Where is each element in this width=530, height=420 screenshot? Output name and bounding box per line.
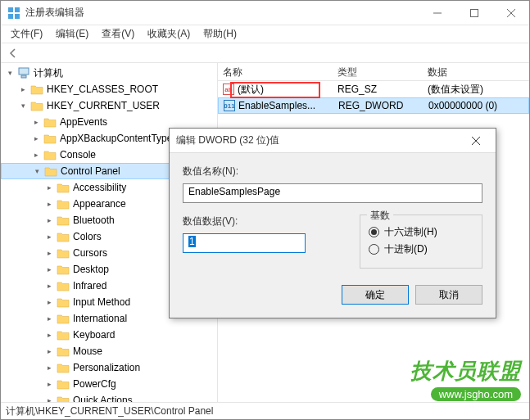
expander-icon[interactable]: ▸ bbox=[43, 329, 55, 341]
expander-icon[interactable]: ▾ bbox=[31, 165, 43, 177]
list-body: ab (默认) REG_SZ (数值未设置) 011 EnableSamples… bbox=[218, 81, 529, 114]
tree-item-label: Personalization bbox=[73, 362, 140, 373]
toolbar bbox=[1, 43, 529, 63]
dialog-title: 编辑 DWORD (32 位)值 bbox=[176, 133, 463, 147]
tree-item-label: Mouse bbox=[73, 345, 102, 357]
tree-item-label: Console bbox=[60, 149, 96, 160]
window-controls bbox=[419, 1, 529, 25]
folder-icon bbox=[43, 133, 57, 144]
tree-item-label: Bluetooth bbox=[73, 215, 115, 226]
folder-icon bbox=[43, 149, 57, 160]
tree-item[interactable]: ▾ HKEY_CURRENT_USER bbox=[1, 97, 217, 114]
menu-file[interactable]: 文件(F) bbox=[4, 25, 49, 43]
tree-item-label: Infrared bbox=[73, 280, 106, 291]
expander-icon[interactable]: ▸ bbox=[43, 231, 55, 242]
folder-icon bbox=[57, 329, 70, 341]
menu-edit[interactable]: 编辑(E) bbox=[49, 25, 95, 43]
folder-icon bbox=[30, 100, 43, 111]
radio-dec-label: 十进制(D) bbox=[384, 242, 428, 256]
ok-button[interactable]: 确定 bbox=[342, 285, 409, 305]
expander-icon[interactable]: ▸ bbox=[30, 133, 42, 144]
cancel-button[interactable]: 取消 bbox=[415, 285, 482, 305]
tree-item[interactable]: ▸ Mouse bbox=[1, 343, 217, 359]
tree-item[interactable]: ▸ HKEY_CLASSES_ROOT bbox=[1, 81, 217, 97]
folder-icon bbox=[43, 116, 57, 128]
tree-item[interactable]: ▾ 计算机 bbox=[1, 65, 217, 81]
base-fieldset: 基数 十六进制(H) 十进制(D) bbox=[360, 215, 482, 269]
dialog-close-button[interactable] bbox=[463, 131, 489, 151]
base-legend: 基数 bbox=[367, 209, 393, 223]
expander-icon[interactable]: ▸ bbox=[30, 149, 42, 160]
svg-rect-5 bbox=[470, 9, 478, 16]
value-data-input[interactable]: 1 bbox=[183, 233, 306, 253]
value-name-field[interactable]: EnableSamplesPage bbox=[183, 183, 482, 203]
menu-view[interactable]: 查看(V) bbox=[95, 25, 141, 43]
app-icon bbox=[7, 7, 20, 20]
col-header-type[interactable]: 类型 bbox=[333, 63, 423, 80]
col-header-data[interactable]: 数据 bbox=[423, 63, 529, 80]
edit-dword-dialog: 编辑 DWORD (32 位)值 数值名称(N): EnableSamplesP… bbox=[169, 128, 496, 318]
svg-rect-3 bbox=[15, 14, 20, 19]
tree-item-label: HKEY_CLASSES_ROOT bbox=[47, 84, 158, 95]
expander-icon[interactable]: ▾ bbox=[17, 100, 29, 111]
computer-icon bbox=[17, 67, 30, 79]
svg-rect-8 bbox=[19, 68, 29, 75]
radio-dec[interactable]: 十进制(D) bbox=[369, 242, 473, 256]
tree-item[interactable]: ▸ Personalization bbox=[1, 359, 217, 376]
string-value-icon: ab bbox=[223, 84, 234, 95]
folder-icon bbox=[57, 215, 70, 226]
expander-icon[interactable]: ▸ bbox=[43, 198, 55, 210]
folder-icon bbox=[57, 231, 70, 242]
maximize-button[interactable] bbox=[455, 1, 492, 25]
value-data: 0x00000000 (0) bbox=[424, 100, 528, 111]
dword-value-icon: 011 bbox=[224, 100, 235, 111]
expander-icon[interactable]: ▸ bbox=[43, 378, 55, 390]
menu-favorites[interactable]: 收藏夹(A) bbox=[141, 25, 197, 43]
expander-icon[interactable]: ▸ bbox=[43, 264, 55, 275]
expander-icon[interactable]: ▸ bbox=[43, 182, 55, 193]
tree-item[interactable]: ▸ PowerCfg bbox=[1, 376, 217, 392]
svg-rect-9 bbox=[21, 75, 26, 78]
tree-item-label: AppEvents bbox=[60, 116, 107, 128]
menu-help[interactable]: 帮助(H) bbox=[197, 25, 243, 43]
menubar: 文件(F) 编辑(E) 查看(V) 收藏夹(A) 帮助(H) bbox=[1, 25, 529, 43]
expander-icon[interactable]: ▸ bbox=[43, 313, 55, 324]
folder-icon bbox=[57, 264, 70, 275]
expander-icon[interactable]: ▸ bbox=[43, 280, 55, 291]
expander-icon[interactable]: ▸ bbox=[43, 345, 55, 357]
tree-item[interactable]: ▸ Quick Actions bbox=[1, 392, 217, 402]
tree-item-label: Input Method bbox=[73, 296, 130, 308]
folder-icon bbox=[57, 362, 70, 373]
list-row[interactable]: 011 EnableSamples... REG_DWORD 0x0000000… bbox=[218, 97, 529, 114]
folder-icon bbox=[44, 165, 57, 177]
tree-item-label: Appearance bbox=[73, 198, 126, 210]
expander-icon[interactable]: ▸ bbox=[43, 395, 55, 402]
tree-item-label: Colors bbox=[73, 231, 102, 242]
list-row[interactable]: ab (默认) REG_SZ (数值未设置) bbox=[218, 81, 529, 97]
expander-icon[interactable]: ▾ bbox=[4, 67, 16, 79]
value-name-label: 数值名称(N): bbox=[183, 165, 482, 178]
tree-item-label: AppXBackupContentType bbox=[60, 133, 172, 144]
expander-icon[interactable]: ▸ bbox=[43, 247, 55, 259]
radio-hex-indicator bbox=[369, 227, 379, 237]
minimize-button[interactable] bbox=[419, 1, 455, 25]
radio-hex[interactable]: 十六进制(H) bbox=[369, 225, 473, 239]
tree-item[interactable]: ▸ Keyboard bbox=[1, 327, 217, 343]
svg-rect-2 bbox=[8, 14, 13, 19]
value-type: REG_SZ bbox=[333, 84, 423, 95]
folder-icon bbox=[57, 182, 70, 193]
close-button[interactable] bbox=[492, 1, 529, 25]
tree-item-label: International bbox=[73, 313, 127, 324]
value-name: (默认) bbox=[238, 83, 264, 97]
expander-icon[interactable]: ▸ bbox=[43, 215, 55, 226]
value-type: REG_DWORD bbox=[333, 100, 424, 111]
col-header-name[interactable]: 名称 bbox=[218, 63, 333, 80]
expander-icon[interactable]: ▸ bbox=[30, 116, 42, 128]
nav-back-button[interactable] bbox=[4, 45, 22, 61]
expander-icon[interactable]: ▸ bbox=[17, 84, 29, 95]
folder-icon bbox=[57, 313, 70, 324]
expander-icon[interactable]: ▸ bbox=[43, 296, 55, 308]
expander-icon[interactable]: ▸ bbox=[43, 362, 55, 373]
folder-icon bbox=[57, 296, 70, 308]
folder-icon bbox=[57, 395, 70, 402]
